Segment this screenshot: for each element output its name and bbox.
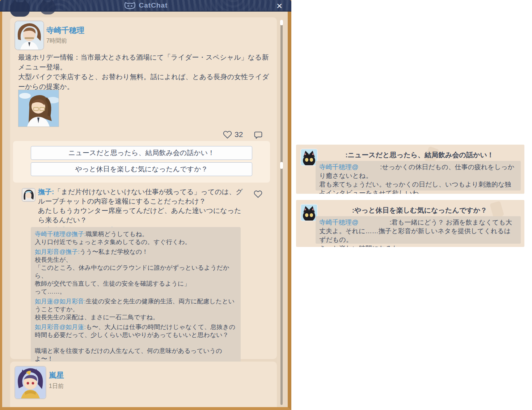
scrollbar-track[interactable] — [280, 21, 283, 405]
npc-reply-box: 寺崎千穂理@:せっかくの休日だもの、仕事の疲れをしっかり癒さないとね。 君も来て… — [316, 161, 521, 191]
post-timestamp: 1日前 — [49, 383, 64, 390]
scrollbar-thumb[interactable] — [280, 162, 283, 169]
close-button[interactable]: ✕ — [275, 1, 284, 11]
player-cat-avatar — [300, 149, 318, 166]
player-comment-line: :ニュースだと思ったら、結局飲み会の話かい！ — [321, 150, 518, 160]
hidden-player-name-gap — [358, 169, 380, 169]
comment-like-heart-icon[interactable] — [253, 190, 263, 198]
thread-reply-mention[interactable]: @如月蓮: — [59, 324, 86, 330]
reply-option-button-1[interactable]: ニュースだと思ったら、結局飲み会の話かい！ — [31, 146, 252, 160]
player-comment-line: :やっと休日を楽しむ気になったんですか？ — [321, 206, 518, 215]
post-author-name[interactable]: 寺崎千穂理 — [46, 25, 84, 35]
thread-reply-author[interactable]: 如月彩音 — [35, 324, 59, 330]
npc-reply-at: @ — [352, 163, 358, 171]
post-author-name[interactable]: 嵐星 — [49, 370, 64, 380]
thread-reply: 寺崎千穂理@撫子:職業柄どうしてもね。 入り口付近でちょっとネタ集めしてるの。す… — [35, 230, 237, 246]
comment-author-name[interactable]: 撫子: — [38, 188, 54, 196]
titlebar-cat-silhouette — [40, 2, 56, 14]
thread-reply-mention[interactable]: @撫子: — [66, 231, 86, 238]
hidden-player-name-gap — [358, 224, 389, 225]
titlebar: CatChat ✕ — [0, 0, 291, 12]
post-body-text: 本日は大雪に乗じて、隠形術の修行でござる。 — [18, 406, 269, 407]
reply-option-button-2[interactable]: やっと休日を楽しむ気になったんですか？ — [31, 162, 252, 176]
thread-reply-author[interactable]: 如月彩音 — [35, 248, 59, 255]
comment-thread-box: 寺崎千穂理@撫子:職業柄どうしてもね。 入り口付近でちょっとネタ集めしてるの。す… — [31, 227, 241, 366]
comment-bubble-icon[interactable] — [253, 131, 263, 140]
npc-reply-box: 寺崎千穂理@:君も一緒にどう？ お酒を飲まなくても大丈夫よ。それに……撫子と彩音… — [316, 216, 521, 244]
scrollbar-thumb[interactable] — [280, 20, 283, 25]
post-timestamp: 7時間前 — [46, 37, 67, 45]
thread-reply-author[interactable]: 寺崎千穂理 — [35, 231, 66, 238]
thread-reply-body: うう〜私まだ学校なの！ 校長先生が、 「このところ、休み中なのにグラウンドに誰か… — [35, 248, 229, 295]
app-title: CatChat — [139, 1, 168, 9]
npc-reply-at: @ — [352, 219, 358, 226]
post-action-row: 32 — [10, 129, 277, 140]
reply-preview-popup: :ニュースだと思ったら、結局飲み会の話かい！ 寺崎千穂理@:せっかくの休日だもの… — [296, 145, 524, 194]
catchat-logo-icon — [124, 1, 136, 10]
catchat-window: CatChat ✕ — [0, 0, 291, 410]
comment-body: 「まだ片付けないといけない仕事が残ってる」ってのは、グループチャットの内容を速報… — [38, 188, 243, 224]
thread-reply-mention[interactable]: @如月彩音: — [53, 298, 86, 305]
post-author-avatar[interactable] — [14, 366, 46, 399]
reply-options-panel: ニュースだと思ったら、結局飲み会の話かい！ やっと休日を楽しむ気になったんですか… — [13, 141, 270, 183]
like-heart-icon[interactable] — [223, 130, 232, 139]
thread-reply: 如月蓮@如月彩音:生徒の安全と先生の健康的生活、両方に配慮したということですか。… — [35, 298, 237, 321]
player-cat-avatar — [300, 204, 318, 221]
feed-scroll-area: 寺崎千穂理 7時間前 最速ホリデー情報：当市最大とされる酒場にて「ライダー・スペ… — [2, 12, 288, 407]
thread-reply: 如月彩音@如月蓮:も〜、大人には仕事の時間だけじゃなくて、息抜きの時間も必要だっ… — [35, 323, 237, 363]
post-author-avatar[interactable] — [14, 21, 44, 50]
thread-reply: 如月彩音@撫子:うう〜私まだ学校なの！ 校長先生が、 「このところ、休み中なのに… — [35, 248, 237, 296]
comment-author-avatar[interactable] — [22, 188, 35, 202]
post-card: 嵐星 1日前 本日は大雪に乗じて、隠形術の修行でござる。 — [10, 362, 277, 407]
like-count: 32 — [235, 130, 243, 139]
reply-preview-popup: :やっと休日を楽しむ気になったんですか？ 寺崎千穂理@:君も一緒にどう？ お酒を… — [296, 200, 524, 247]
titlebar-cat-silhouette — [10, 2, 30, 17]
thread-reply-mention[interactable]: @撫子: — [59, 248, 80, 255]
post-attached-image[interactable] — [18, 90, 59, 127]
thread-reply-author[interactable]: 如月蓮 — [35, 298, 53, 305]
post-card: 寺崎千穂理 7時間前 最速ホリデー情報：当市最大とされる酒場にて「ライダー・スペ… — [10, 17, 277, 359]
npc-reply-author[interactable]: 寺崎千穂理 — [319, 219, 352, 226]
npc-reply-author[interactable]: 寺崎千穂理 — [319, 163, 352, 171]
post-body-text: 最速ホリデー情報：当市最大とされる酒場にて「ライダー・スペシャル」なる新メニュー… — [18, 52, 269, 91]
